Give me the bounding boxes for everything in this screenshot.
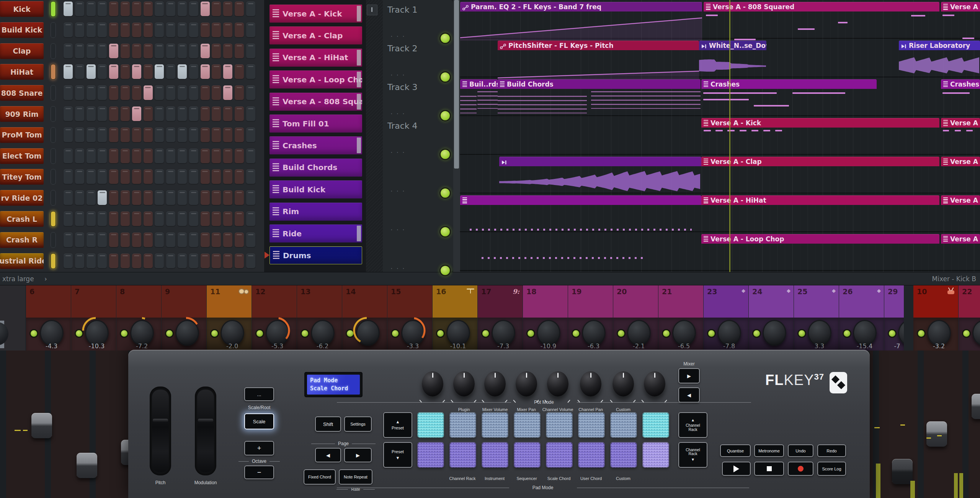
pot-knob[interactable] [547, 371, 568, 396]
track-name[interactable]: Track 2 [387, 44, 418, 53]
mixer-mute-led[interactable] [29, 329, 38, 338]
fixed-chord-button[interactable]: Fixed Chord [304, 469, 336, 485]
step-button[interactable] [132, 64, 141, 79]
step-button[interactable] [223, 2, 232, 16]
step-button[interactable] [87, 211, 96, 226]
mixer-pan-knob[interactable] [446, 320, 470, 346]
step-button[interactable] [144, 106, 153, 121]
step-button[interactable] [166, 85, 175, 100]
mixer-pan-knob[interactable] [898, 320, 904, 346]
step-button[interactable] [166, 64, 175, 79]
step-button[interactable] [144, 85, 153, 100]
step-button[interactable] [212, 106, 221, 121]
pad-button[interactable] [417, 442, 444, 468]
mixer-mute-led[interactable] [662, 329, 671, 338]
step-button[interactable] [75, 2, 84, 16]
step-button[interactable] [109, 149, 118, 163]
step-button[interactable] [189, 23, 198, 37]
step-button[interactable] [189, 85, 198, 100]
step-button[interactable] [64, 190, 73, 205]
step-button[interactable] [155, 106, 164, 121]
mixer-strip[interactable]: 12Ride Bell-5.3 [252, 285, 297, 351]
redo-button[interactable]: Redo [817, 444, 846, 457]
zoom-level-label[interactable]: xtra large [2, 275, 34, 283]
step-button[interactable] [235, 2, 244, 16]
step-button[interactable] [132, 233, 141, 247]
mixer-strip[interactable]: 7Hi Tom-10.3 [71, 285, 116, 351]
quantise-button[interactable]: Quantise [720, 444, 751, 457]
step-button[interactable] [189, 254, 198, 268]
step-button[interactable] [109, 44, 118, 58]
pad-button[interactable] [449, 442, 476, 468]
playlist-clip[interactable]: Verse A - HiHat [701, 195, 939, 234]
mixer-mute-led[interactable] [797, 329, 806, 338]
pattern-item[interactable]: Verse A - Loop Chop [270, 70, 362, 88]
step-button[interactable] [132, 254, 141, 268]
step-button[interactable] [64, 44, 73, 58]
pot-knob[interactable] [484, 371, 506, 396]
mixer-mute-led[interactable] [481, 329, 490, 338]
step-button[interactable] [75, 64, 84, 79]
step-button[interactable] [235, 254, 244, 268]
step-button[interactable] [98, 106, 107, 121]
step-button[interactable] [166, 190, 175, 205]
step-button[interactable] [155, 44, 164, 58]
step-button[interactable] [223, 44, 232, 58]
fader-handle[interactable] [892, 459, 913, 484]
step-button[interactable] [201, 85, 210, 100]
channel-rack-up-button[interactable]: ▲Channel Rack [678, 412, 707, 438]
step-button[interactable] [155, 2, 164, 16]
pattern-item[interactable]: Drums [270, 246, 362, 264]
channel-mute-led[interactable] [51, 85, 56, 101]
step-button[interactable] [246, 2, 255, 16]
step-button[interactable] [75, 106, 84, 121]
pattern-item[interactable]: Build Kick [270, 180, 362, 198]
step-button[interactable] [189, 44, 198, 58]
step-button[interactable] [223, 149, 232, 163]
step-button[interactable] [166, 23, 175, 37]
mixer-strip[interactable]: 8Mid Tom-7.2 [116, 285, 161, 351]
step-button[interactable] [75, 85, 84, 100]
step-button[interactable] [109, 233, 118, 247]
step-button[interactable] [87, 44, 96, 58]
mixer-strip[interactable]: 6909 Rim-4.3 [26, 285, 71, 351]
step-button[interactable] [235, 190, 244, 205]
step-button[interactable] [155, 149, 164, 163]
channel-button[interactable]: Clap [0, 43, 44, 59]
playlist-clip[interactable]: White_N..se_Down [699, 41, 766, 79]
mixer-mute-led[interactable] [617, 329, 626, 338]
playlist-clip[interactable]: Crashes [701, 79, 877, 118]
scale-button[interactable]: Scale [244, 413, 274, 429]
step-button[interactable] [75, 190, 84, 205]
step-button[interactable] [75, 233, 84, 247]
track-enable-led[interactable] [439, 187, 451, 199]
pot-knob[interactable] [516, 371, 537, 396]
mixer-pan-knob[interactable] [537, 320, 560, 346]
channel-mute-led[interactable] [51, 1, 56, 17]
playlist-clip[interactable]: Verse A - 808 Squared [941, 2, 980, 41]
track-options-dots[interactable]: . . . [390, 69, 405, 77]
step-button[interactable] [189, 128, 198, 142]
step-button[interactable] [246, 128, 255, 142]
step-button[interactable] [121, 233, 130, 247]
step-button[interactable] [178, 44, 187, 58]
step-button[interactable] [155, 169, 164, 184]
playlist-vertical-scrollbar[interactable] [453, 0, 460, 272]
step-button[interactable] [201, 44, 210, 58]
step-button[interactable] [132, 2, 141, 16]
step-button[interactable] [166, 106, 175, 121]
step-button[interactable] [178, 64, 187, 79]
track-name[interactable]: Track 3 [387, 82, 418, 92]
step-button[interactable] [132, 106, 141, 121]
step-button[interactable] [64, 2, 73, 16]
step-button[interactable] [201, 254, 210, 268]
pitch-wheel[interactable] [150, 387, 171, 475]
step-button[interactable] [155, 190, 164, 205]
step-button[interactable] [109, 106, 118, 121]
step-button[interactable] [166, 2, 175, 16]
pad-button[interactable] [578, 442, 605, 468]
step-button[interactable] [75, 23, 84, 37]
step-button[interactable] [178, 2, 187, 16]
step-button[interactable] [109, 85, 118, 100]
playlist-clip[interactable]: Verse A - Kick [941, 118, 980, 157]
